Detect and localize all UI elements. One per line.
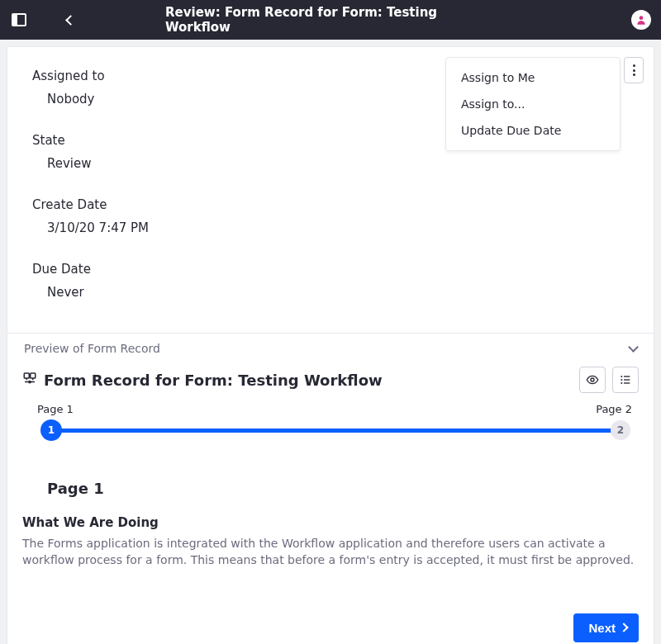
create-date-label: Create Date xyxy=(32,197,629,212)
section-heading: What We Are Doing xyxy=(22,515,639,530)
svg-point-9 xyxy=(621,382,622,384)
record-header: Form Record for Form: Testing Workflow xyxy=(22,367,639,393)
menu-item-assign-to[interactable]: Assign to... xyxy=(446,91,620,117)
svg-point-7 xyxy=(621,379,622,381)
back-button[interactable] xyxy=(58,7,83,32)
svg-rect-10 xyxy=(624,382,630,383)
collapse-toggle[interactable] xyxy=(630,347,637,351)
panel-icon xyxy=(12,13,26,26)
svg-rect-2 xyxy=(31,373,36,378)
header-left xyxy=(10,7,83,32)
menu-item-assign-to-me[interactable]: Assign to Me xyxy=(446,64,620,91)
page-stepper: Page 1 Page 2 1 2 xyxy=(22,403,639,442)
view-button[interactable] xyxy=(579,367,606,393)
due-date-label: Due Date xyxy=(32,262,629,277)
eye-icon xyxy=(586,373,599,386)
preview-body: Form Record for Form: Testing Workflow P… xyxy=(7,363,654,644)
body-area: Assign to Me Assign to... Update Due Dat… xyxy=(0,40,661,644)
user-avatar[interactable] xyxy=(631,10,651,30)
svg-point-4 xyxy=(591,378,594,381)
preview-header-row[interactable]: Preview of Form Record xyxy=(7,334,654,363)
step-label-2: Page 2 xyxy=(596,403,632,415)
page-title: Review: Form Record for Form: Testing Wo… xyxy=(165,5,496,35)
actions-menu: Assign to Me Assign to... Update Due Dat… xyxy=(445,57,621,151)
panel-toggle-button[interactable] xyxy=(10,11,28,29)
section-body-text: The Forms application is integrated with… xyxy=(22,535,639,569)
create-date-value: 3/10/20 7:47 PM xyxy=(32,220,629,235)
svg-point-0 xyxy=(640,16,644,20)
step-bar: 1 2 xyxy=(26,419,635,442)
app-header: Review: Form Record for Form: Testing Wo… xyxy=(0,0,661,40)
next-button[interactable]: Next xyxy=(573,613,639,642)
next-button-label: Next xyxy=(588,621,616,635)
svg-rect-6 xyxy=(624,376,630,376)
due-date-value: Never xyxy=(32,285,629,300)
page-heading: Page 1 xyxy=(47,480,639,497)
main-card: Assign to Me Assign to... Update Due Dat… xyxy=(7,46,654,644)
record-title-wrap: Form Record for Form: Testing Workflow xyxy=(22,371,383,389)
menu-item-update-due-date[interactable]: Update Due Date xyxy=(446,117,620,144)
kebab-dot-icon xyxy=(633,69,635,72)
chevron-left-icon xyxy=(65,15,76,26)
form-record-icon xyxy=(22,371,37,389)
svg-rect-8 xyxy=(624,379,630,380)
step-labels: Page 1 Page 2 xyxy=(22,403,639,419)
list-icon xyxy=(619,373,632,386)
user-icon xyxy=(635,14,647,26)
next-button-wrap: Next xyxy=(22,613,639,642)
record-actions xyxy=(579,367,639,393)
list-view-button[interactable] xyxy=(612,367,639,393)
step-label-1: Page 1 xyxy=(37,403,74,415)
preview-header-title: Preview of Form Record xyxy=(24,342,160,355)
svg-rect-1 xyxy=(24,373,29,378)
state-value: Review xyxy=(32,156,629,171)
svg-point-5 xyxy=(621,376,622,377)
chevron-down-icon xyxy=(628,342,639,353)
chevron-right-icon xyxy=(619,623,628,632)
actions-kebab-button[interactable] xyxy=(624,57,644,83)
svg-point-3 xyxy=(29,381,31,382)
kebab-dot-icon xyxy=(633,73,635,76)
step-1-button[interactable]: 1 xyxy=(40,419,62,441)
kebab-dot-icon xyxy=(633,64,635,67)
record-title: Form Record for Form: Testing Workflow xyxy=(44,372,383,389)
step-2-button[interactable]: 2 xyxy=(611,420,630,440)
step-bar-fill xyxy=(42,429,619,433)
